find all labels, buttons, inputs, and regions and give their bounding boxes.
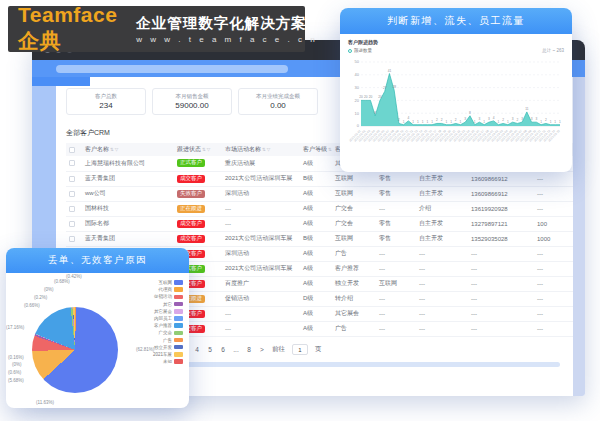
next-page-button[interactable]: > [259, 346, 265, 353]
svg-text:4: 4 [493, 116, 495, 120]
row-checkbox[interactable] [69, 160, 75, 166]
column-header-label: 市场活动名称 [225, 146, 261, 152]
cell-activity: --- [222, 201, 300, 216]
cell-source: 互联网 [332, 231, 376, 246]
column-header-label: 客户名称 [85, 146, 109, 152]
column-header-label: 跟进状态 [177, 146, 201, 152]
pie-slice-label: (0.2%) [34, 295, 47, 300]
cell-method: 自主开发 [416, 186, 468, 201]
pie-legend-item[interactable]: 其它展会 [153, 309, 183, 314]
goto-page-input[interactable]: 1 [292, 344, 308, 355]
page-number[interactable]: 5 [207, 346, 213, 353]
cell-industry: 零售 [376, 216, 416, 231]
cell-activity: 2021大公司活动深圳车展 [222, 231, 300, 246]
cell-phone: 13619920928 [468, 201, 534, 216]
svg-text:3: 3 [535, 117, 537, 121]
filter-icon[interactable]: ▽ [267, 147, 270, 152]
pie-legend-item[interactable]: 广交会 [153, 330, 183, 335]
svg-text:1: 1 [460, 120, 462, 124]
page-number[interactable]: 4 [194, 346, 200, 353]
pie-legend-item[interactable]: 独立开发 [153, 345, 183, 350]
row-checkbox[interactable] [69, 221, 75, 227]
pie-slice-label: (5.68%) [8, 378, 24, 383]
svg-text:2: 2 [398, 118, 400, 122]
filter-icon[interactable]: ▽ [207, 147, 210, 152]
cell-phone: --- [468, 291, 534, 306]
table-row[interactable]: 国际名都成交客户---A级广交会零售自主开发13279897121100 [66, 216, 573, 231]
svg-text:3: 3 [512, 117, 514, 121]
filter-icon[interactable]: ▽ [115, 147, 118, 152]
right-scrollbar-rail[interactable] [573, 77, 585, 396]
active-nav-tab[interactable] [32, 77, 90, 86]
pie-legend-item[interactable]: 代理商 [153, 287, 183, 292]
cell-activity: 促销活动 [222, 291, 300, 306]
pie-legend-label: 独立开发 [154, 345, 172, 350]
svg-text:8: 8 [469, 111, 471, 115]
page-number[interactable]: 8 [246, 346, 252, 353]
select-all-checkbox[interactable] [69, 147, 75, 153]
cell-industry: 互联网 [376, 276, 416, 291]
pie-legend-chip-icon [174, 331, 183, 336]
pie-legend-item[interactable]: 内部员工 [153, 316, 183, 321]
sort-icon[interactable]: ⇅ [202, 147, 206, 152]
cell-activity: 2021大公司活动深圳车展 [222, 261, 300, 276]
row-checkbox[interactable] [69, 206, 75, 212]
brand-tagline: 企业管理数字化解决方案 [136, 14, 317, 33]
pie-legend-item[interactable]: 促销活动 [153, 294, 183, 299]
cell-method: --- [416, 246, 468, 261]
pie-chart[interactable] [32, 307, 118, 393]
cell-amount: --- [534, 276, 573, 291]
cell-phone: 13529035028 [468, 231, 534, 246]
svg-text:1: 1 [474, 120, 476, 124]
svg-text:1: 1 [450, 120, 452, 124]
search-input[interactable] [56, 65, 288, 73]
pie-legend-chip-icon [174, 359, 183, 364]
sort-icon[interactable]: ⇅ [328, 147, 332, 152]
cell-industry: --- [376, 291, 416, 306]
pie-legend-chip-icon [174, 287, 183, 292]
page-number[interactable]: 6 [220, 346, 226, 353]
row-checkbox[interactable] [69, 236, 75, 242]
svg-text:40: 40 [355, 72, 360, 77]
table-row[interactable]: ww公司失效客户深圳活动A级互联网零售自主开发13609866912--- [66, 186, 573, 201]
row-checkbox[interactable] [69, 191, 75, 197]
pie-slice-label: (17.16%) [6, 325, 24, 330]
cell-source: 客户推荐 [332, 261, 376, 276]
pie-legend-label: 未知 [163, 359, 172, 364]
svg-text:2: 2 [545, 118, 547, 122]
cell-source: 广告 [332, 246, 376, 261]
pie-legend-item[interactable]: 2021车展 [153, 352, 183, 357]
svg-text:50: 50 [355, 59, 360, 64]
row-checkbox[interactable] [69, 176, 75, 182]
table-row[interactable]: 蓝天青集团成交客户2021大公司活动深圳车展B级互联网零售自主开发1360986… [66, 171, 573, 186]
sort-icon[interactable]: ⇅ [110, 147, 114, 152]
svg-text:1: 1 [559, 120, 561, 124]
pie-legend-item[interactable]: 其它 [153, 302, 183, 307]
svg-text:1: 1 [426, 120, 428, 124]
svg-text:20: 20 [359, 95, 363, 99]
pie-legend-chip-icon [174, 323, 183, 328]
trend-window-title: 判断新增、流失、员工流量 [340, 8, 572, 34]
svg-text:2: 2 [516, 118, 518, 122]
cell-method: --- [416, 321, 468, 336]
pie-chart-area: (0.42%)(62.81%)(11.63%)(5.68%)(0.6%)(0%)… [6, 273, 189, 408]
cell-level: A级 [300, 321, 332, 336]
pie-legend-item[interactable]: 未知 [153, 359, 183, 364]
table-row[interactable]: 国林科技正在跟进---A级广交会---介绍13619920928--- [66, 201, 573, 216]
goto-label: 前往 [272, 345, 285, 354]
sort-icon[interactable]: ⇅ [262, 147, 266, 152]
stat-card: 本月业绩完成金额0.00 [238, 88, 318, 115]
cell-amount: --- [534, 186, 573, 201]
cell-customer-name: ww公司 [82, 186, 174, 201]
svg-text:1: 1 [403, 120, 405, 124]
cell-activity: 重庆活动展 [222, 156, 300, 171]
trend-legend-label[interactable]: 跟进数量 [354, 48, 372, 53]
svg-text:1: 1 [554, 120, 556, 124]
cell-phone: --- [468, 261, 534, 276]
pie-legend-item[interactable]: 互联网 [153, 280, 183, 285]
pie-legend-item[interactable]: 客户推荐 [153, 323, 183, 328]
cell-method: 自主开发 [416, 216, 468, 231]
table-row[interactable]: 蓝天青集团成交客户2021大公司活动深圳车展B级互联网零售自主开发1352903… [66, 231, 573, 246]
pie-legend-item[interactable]: 广告 [153, 338, 183, 343]
cell-source: 广交会 [332, 216, 376, 231]
